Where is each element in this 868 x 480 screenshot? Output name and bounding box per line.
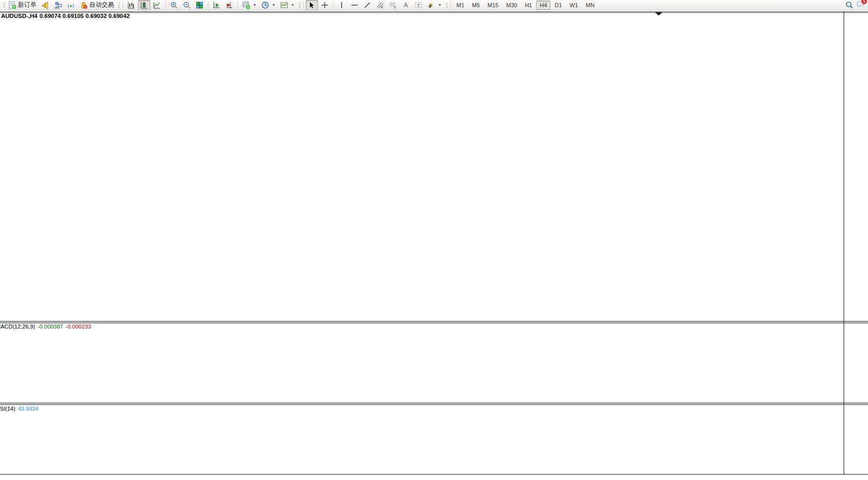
zoom-out-icon — [183, 1, 191, 9]
main-toolbar: 新订单 自动交易 ▼ ▼ — [0, 0, 868, 10]
profile-icon — [54, 1, 62, 9]
chart-symbol-period: AUDUSD-,H4 — [1, 13, 37, 19]
crosshair-icon — [321, 1, 329, 9]
new-order-button[interactable]: 新订单 — [6, 0, 38, 10]
crosshair-button[interactable] — [319, 0, 331, 10]
text-icon: A — [402, 1, 410, 9]
tab-timeframe-d1[interactable]: D1 — [551, 1, 565, 10]
chart-shift-icon — [225, 1, 233, 9]
text-label-icon: T — [415, 1, 423, 9]
tile-windows-button[interactable] — [193, 0, 206, 10]
tab-timeframe-m1[interactable]: M1 — [453, 1, 468, 10]
periods-button[interactable]: ▼ — [259, 0, 278, 10]
toolbar-separator — [450, 1, 451, 9]
toolbar-grip[interactable] — [117, 2, 120, 9]
toolbar-grip[interactable] — [3, 2, 5, 9]
macd-signal-value: -0.000233 — [66, 323, 91, 330]
toolbar-separator — [165, 1, 166, 9]
search-icon[interactable] — [845, 1, 853, 9]
auto-trading-icon — [80, 1, 88, 9]
profile-button[interactable] — [52, 0, 64, 10]
zoom-out-button[interactable] — [181, 0, 193, 10]
toolbar-separator — [333, 1, 333, 9]
new-order-label: 新订单 — [18, 1, 36, 9]
rsi-value: 43.9324 — [18, 406, 38, 412]
line-chart-button[interactable] — [151, 0, 163, 10]
cursor-icon — [308, 1, 316, 9]
new-chart-button[interactable]: ▼ — [240, 0, 259, 10]
auto-trading-button[interactable]: 自动交易 — [77, 0, 116, 10]
macd-indicator-label: MACD(12,26,9)-0.000387-0.000233 — [0, 323, 91, 330]
chart-ohlc-values: 0.69074 0.69105 0.69032 0.69042 — [40, 13, 130, 19]
toolbar-separator — [123, 1, 123, 9]
signal-icon — [67, 1, 75, 9]
arrows-button[interactable]: ▼ — [425, 0, 444, 10]
trendline-icon — [363, 1, 371, 9]
fibonacci-button[interactable]: F — [387, 0, 399, 10]
cursor-button[interactable] — [306, 0, 318, 10]
svg-text:E: E — [381, 6, 383, 9]
text-button[interactable]: A — [400, 0, 412, 10]
chart-symbol-ohlc: AUDUSD-,H40.69074 0.69105 0.69032 0.6904… — [1, 13, 132, 19]
tab-timeframe-mn[interactable]: MN — [582, 1, 598, 10]
megaphone-button[interactable] — [39, 0, 51, 10]
dropdown-caret-icon: ▼ — [253, 3, 257, 7]
templates-button[interactable]: ▼ — [278, 0, 297, 10]
auto-scroll-button[interactable] — [210, 0, 223, 10]
horizontal-line-icon — [350, 1, 359, 9]
tab-timeframe-m15[interactable]: M15 — [484, 1, 502, 10]
svg-text:A: A — [404, 2, 408, 9]
notification-badge: 1 — [861, 0, 867, 4]
new-order-icon — [8, 1, 16, 9]
vertical-line-icon — [338, 1, 346, 9]
zoom-in-icon — [170, 1, 178, 9]
chart-area[interactable] — [0, 10, 868, 480]
fibonacci-icon: F — [389, 1, 397, 9]
horizontal-line-button[interactable] — [348, 0, 361, 10]
tab-timeframe-h1[interactable]: H1 — [521, 1, 536, 10]
template-chart-icon — [280, 1, 288, 9]
chart-shift-marker-icon[interactable] — [655, 12, 662, 15]
new-chart-icon — [242, 1, 250, 9]
megaphone-icon — [41, 1, 49, 9]
svg-text:T: T — [417, 3, 420, 8]
toolbar-separator — [208, 1, 208, 9]
chat-button[interactable]: 1 — [856, 1, 864, 9]
toolbar-separator — [303, 1, 304, 9]
toolbar-grip[interactable] — [445, 2, 447, 9]
tab-timeframe-h4[interactable]: H4 — [536, 1, 550, 10]
candlestick-chart-button[interactable] — [138, 0, 150, 10]
trendline-button[interactable] — [361, 0, 373, 10]
chart-shift-button[interactable] — [223, 0, 235, 10]
tab-timeframe-w1[interactable]: W1 — [566, 1, 582, 10]
bar-chart-icon — [127, 1, 135, 9]
rsi-indicator-label: RSI(14)43.9324 — [0, 406, 38, 412]
text-label-button[interactable]: T — [412, 0, 425, 10]
arrows-icon — [427, 1, 436, 9]
vertical-line-button[interactable] — [336, 0, 348, 10]
bar-chart-button[interactable] — [125, 0, 137, 10]
svg-text:F: F — [394, 6, 396, 9]
chart-canvas[interactable] — [0, 10, 868, 480]
auto-scroll-icon — [212, 1, 221, 9]
toolbar-separator — [238, 1, 238, 9]
tab-timeframe-m5[interactable]: M5 — [468, 1, 483, 10]
clock-icon — [261, 1, 269, 9]
dropdown-caret-icon: ▼ — [438, 3, 442, 7]
line-chart-icon — [153, 1, 161, 9]
dropdown-caret-icon: ▼ — [291, 3, 294, 7]
macd-main-value: -0.000387 — [37, 323, 63, 330]
auto-trading-label: 自动交易 — [89, 1, 114, 9]
equidistant-channel-icon: E — [376, 1, 384, 9]
mt4-window: { "toolbar": { "new_order_label": "新订单",… — [0, 0, 868, 480]
equidistant-channel-button[interactable]: E — [374, 0, 386, 10]
tab-timeframe-m30[interactable]: M30 — [503, 1, 521, 10]
toolbar-grip[interactable] — [298, 2, 300, 9]
zoom-in-button[interactable] — [168, 0, 180, 10]
tile-windows-icon — [195, 1, 204, 9]
macd-name: MACD(12,26,9) — [0, 323, 35, 330]
dropdown-caret-icon: ▼ — [272, 3, 275, 7]
candlestick-chart-icon — [140, 1, 148, 9]
rsi-name: RSI(14) — [0, 406, 15, 412]
signal-button[interactable] — [65, 0, 77, 10]
